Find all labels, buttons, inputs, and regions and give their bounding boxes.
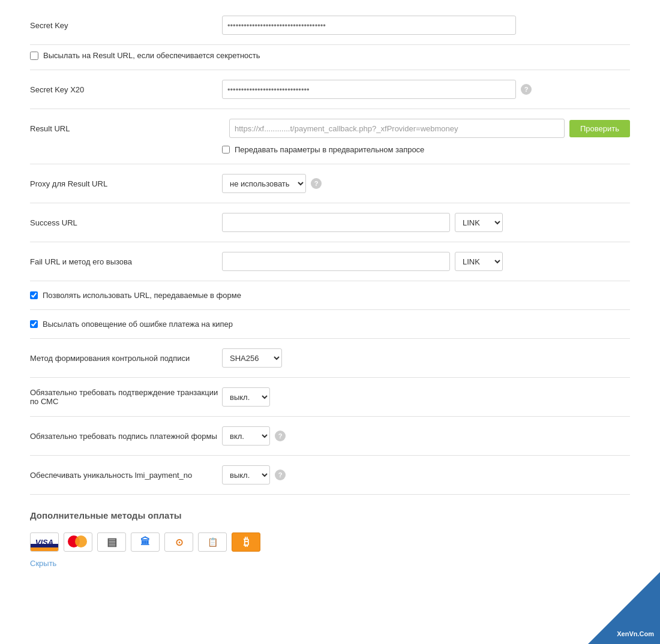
result-url-input[interactable] [229, 119, 565, 138]
secret-key-input[interactable] [222, 16, 516, 35]
success-url-control: LINK POST GET [222, 213, 630, 232]
ensure-uniqueness-help-icon[interactable]: ? [275, 470, 286, 480]
ensure-uniqueness-control: выкл. вкл. ? [222, 465, 630, 484]
secret-key-control [222, 16, 630, 35]
signature-method-control: MD5 SHA1 SHA256 [222, 348, 630, 368]
bank-icon[interactable]: 🏛 [131, 532, 160, 552]
result-url-row: Result URL Проверить Передавать параметр… [30, 109, 630, 164]
signature-method-select[interactable]: MD5 SHA1 SHA256 [222, 348, 282, 368]
fail-url-row: Fail URL и метод его вызова LINK POST GE… [30, 242, 630, 281]
require-payment-form-signature-select[interactable]: выкл. вкл. [222, 426, 270, 446]
payment-methods-section: Дополнительные методы оплаты VISA ▤ 🏛 [30, 495, 630, 568]
require-payment-form-signature-control: выкл. вкл. ? [222, 426, 630, 446]
proxy-help-icon[interactable]: ? [311, 178, 322, 189]
fail-url-label: Fail URL и метод его вызова [30, 257, 222, 266]
checkbox-send-error-inner: Высылать оповещение об ошибке платежа на… [30, 320, 233, 329]
require-sms-label: Обязательно требовать подтверждение тран… [30, 388, 222, 406]
verify-button[interactable]: Проверить [569, 120, 630, 137]
proxy-result-url-row: Proxy для Result URL не использовать исп… [30, 164, 630, 203]
terminal-icon[interactable]: ▤ [97, 532, 126, 552]
checkbox-params-prelim-label: Передавать параметры в предварительном з… [235, 145, 424, 154]
checkbox-allow-url-form[interactable] [30, 291, 38, 299]
checkbox-allow-url-form-label: Позволять использовать URL, передаваемые… [43, 291, 241, 300]
checkbox-result-url-secret-label: Высылать на Result URL, если обеспечивае… [43, 51, 260, 60]
require-payment-form-signature-label: Обязательно требовать подпись платежной … [30, 432, 222, 441]
secret-key-x20-help-icon[interactable]: ? [521, 84, 532, 95]
result-url-inner: Result URL Проверить [30, 119, 630, 138]
checkbox-result-url-secret-row: Высылать на Result URL, если обеспечивае… [30, 45, 630, 70]
proxy-result-url-control: не использовать использовать ? [222, 174, 630, 193]
checkbox-send-error-label: Высылать оповещение об ошибке платежа на… [43, 320, 233, 329]
secret-key-x20-row: Secret Key X20 ? [30, 70, 630, 109]
secret-key-label: Secret Key [30, 21, 222, 30]
checkbox-params-prelim[interactable] [222, 146, 230, 154]
success-url-method-select[interactable]: LINK POST GET [455, 213, 503, 232]
success-url-label: Success URL [30, 218, 222, 227]
signature-method-label: Метод формирования контрольной подписи [30, 354, 222, 363]
ensure-uniqueness-label: Обеспечивать уникальность lmi_payment_no [30, 471, 222, 480]
bitcoin-icon[interactable]: ₿ [232, 532, 260, 552]
wallet-icon[interactable]: ⊙ [164, 532, 193, 552]
checkbox-params-row: Передавать параметры в предварительном з… [30, 138, 424, 154]
proxy-result-url-label: Proxy для Result URL [30, 179, 222, 188]
ensure-uniqueness-select[interactable]: выкл. вкл. [222, 465, 270, 484]
documents-icon[interactable]: 📋 [198, 532, 227, 552]
secret-key-x20-label: Secret Key X20 [30, 85, 222, 94]
mastercard-icon[interactable] [64, 532, 92, 552]
fail-url-input[interactable] [222, 252, 450, 271]
payment-methods-title: Дополнительные методы оплаты [30, 501, 630, 528]
payment-form-signature-help-icon[interactable]: ? [275, 431, 286, 441]
fail-url-method-select[interactable]: LINK POST GET [455, 252, 503, 271]
fail-url-control: LINK POST GET [222, 252, 630, 271]
checkbox-send-error-notification[interactable] [30, 320, 38, 328]
secret-key-x20-control: ? [222, 80, 630, 99]
require-sms-control: выкл. вкл. [222, 387, 630, 407]
signature-method-row: Метод формирования контрольной подписи M… [30, 339, 630, 378]
secret-key-x20-input[interactable] [222, 80, 516, 99]
success-url-input[interactable] [222, 213, 450, 232]
result-url-control: Проверить [229, 119, 630, 138]
secret-key-row: Secret Key [30, 6, 630, 45]
hide-link[interactable]: Скрыть [30, 559, 56, 568]
payment-icons-container: VISA ▤ 🏛 ⊙ 📋 [30, 528, 630, 559]
require-sms-select[interactable]: выкл. вкл. [222, 387, 270, 407]
visa-icon[interactable]: VISA [30, 532, 59, 552]
checkbox-allow-url-inner: Позволять использовать URL, передаваемые… [30, 291, 241, 300]
result-url-label: Result URL [30, 124, 222, 133]
checkbox-result-url-secret[interactable] [30, 52, 38, 60]
success-url-row: Success URL LINK POST GET [30, 203, 630, 242]
ensure-uniqueness-row: Обеспечивать уникальность lmi_payment_no… [30, 456, 630, 495]
proxy-result-url-select[interactable]: не использовать использовать [222, 174, 306, 193]
require-sms-row: Обязательно требовать подтверждение тран… [30, 378, 630, 417]
checkbox-send-error-row: Высылать оповещение об ошибке платежа на… [30, 310, 630, 339]
require-payment-form-signature-row: Обязательно требовать подпись платежной … [30, 417, 630, 456]
checkbox-allow-url-row: Позволять использовать URL, передаваемые… [30, 281, 630, 310]
